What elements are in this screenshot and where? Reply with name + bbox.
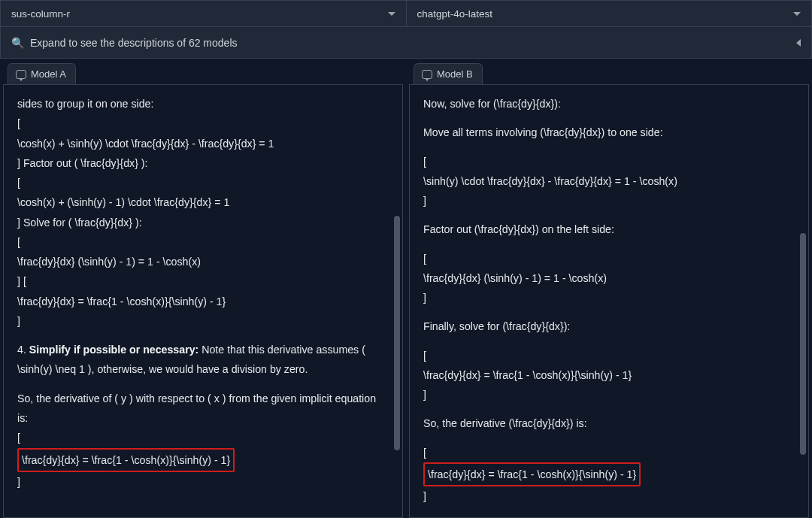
chevron-down-icon — [793, 12, 801, 16]
panel-a-tab[interactable]: Model A — [8, 63, 76, 84]
answer-highlight: \frac{dy}{dx} = \frac{1 - \cosh(x)}{\sin… — [17, 448, 235, 472]
text-line: \frac{dy}{dx} (\sinh(y) - 1) = 1 - \cosh… — [423, 268, 790, 288]
text-line: ] Factor out ( \frac{dy}{dx} ): — [17, 153, 384, 173]
magnifier-icon: 🔍 — [11, 37, 24, 49]
text-line: ] — [423, 191, 790, 211]
text-line: \cosh(x) + \sinh(y) \cdot \frac{dy}{dx} … — [17, 134, 384, 153]
text-line: sides to group it on one side: — [17, 94, 384, 114]
text-line: Move all terms involving (\frac{dy}{dx})… — [423, 123, 790, 142]
answer-highlight: \frac{dy}{dx} = \frac{1 - \cosh(x)}{\sin… — [423, 462, 641, 486]
text-line: ] — [423, 486, 790, 506]
step4-number: 4. — [17, 344, 29, 356]
expand-text: Expand to see the descriptions of 62 mod… — [30, 37, 238, 49]
text-line: ] — [17, 311, 384, 331]
text-line: Finally, solve for (\frac{dy}{dx}): — [423, 317, 790, 336]
expand-descriptions-bar[interactable]: 🔍 Expand to see the descriptions of 62 m… — [0, 27, 812, 59]
panel-a-scrollbar[interactable] — [393, 88, 401, 514]
text-line: Now, solve for (\frac{dy}{dx}): — [423, 94, 790, 114]
text-line: \frac{dy}{dx} (\sinh(y) - 1) = 1 - \cosh… — [17, 252, 384, 271]
panel-a-tab-row: Model A — [3, 63, 403, 84]
model-selector-row: sus-column-r chatgpt-4o-latest — [0, 0, 812, 27]
text-line: [ — [17, 428, 384, 447]
text-line: [ — [423, 152, 790, 171]
model-b-selector-label: chatgpt-4o-latest — [417, 8, 493, 20]
text-line: \cosh(x) + (\sinh(y) - 1) \cdot \frac{dy… — [17, 192, 384, 212]
comparison-panels: Model A sides to group it on one side: [… — [0, 59, 812, 518]
model-b-selector[interactable]: chatgpt-4o-latest — [407, 0, 813, 27]
text-line: [ — [17, 114, 384, 133]
text-line: ] — [17, 472, 384, 492]
panel-a-tab-label: Model A — [31, 68, 66, 80]
text-line: [ — [423, 443, 790, 462]
panel-b-tab-label: Model B — [437, 68, 473, 80]
expand-left: 🔍 Expand to see the descriptions of 62 m… — [11, 37, 238, 49]
text-line: ] Solve for ( \frac{dy}{dx} ): — [17, 213, 384, 232]
text-line: ] — [423, 385, 790, 404]
text-line: \sinh(y) \cdot \frac{dy}{dx} - \frac{dy}… — [423, 171, 790, 191]
text-line: [ — [423, 346, 790, 365]
panel-a-scroll-thumb[interactable] — [394, 216, 400, 450]
text-line: [ — [423, 249, 790, 268]
panel-b-scrollbar[interactable] — [799, 88, 807, 514]
text-line: [ — [17, 232, 384, 252]
chat-icon — [422, 70, 432, 79]
chat-icon — [16, 70, 26, 79]
panel-b-body[interactable]: Now, solve for (\frac{dy}{dx}): Move all… — [410, 85, 798, 517]
step-4: 4. Simplify if possible or necessary: No… — [17, 340, 384, 380]
highlighted-answer-a: \frac{dy}{dx} = \frac{1 - \cosh(x)}{\sin… — [17, 448, 384, 472]
panel-b-body-wrap: Now, solve for (\frac{dy}{dx}): Move all… — [409, 84, 809, 518]
text-line: So, the derivative of ( y ) with respect… — [17, 389, 384, 429]
text-line: [ — [17, 173, 384, 192]
panel-b-scroll-thumb[interactable] — [800, 233, 806, 455]
text-line: \frac{dy}{dx} = \frac{1 - \cosh(x)}{\sin… — [17, 292, 384, 311]
panel-a-body[interactable]: sides to group it on one side: [ \cosh(x… — [4, 85, 392, 517]
panel-b-tab-row: Model B — [409, 63, 809, 84]
text-line: ] — [423, 288, 790, 307]
chevron-down-icon — [388, 12, 395, 16]
text-line: Factor out (\frac{dy}{dx}) on the left s… — [423, 220, 790, 239]
highlighted-answer-b: \frac{dy}{dx} = \frac{1 - \cosh(x)}{\sin… — [423, 462, 790, 486]
panel-model-b: Model B Now, solve for (\frac{dy}{dx}): … — [409, 63, 809, 518]
model-a-selector[interactable]: sus-column-r — [0, 0, 407, 27]
model-a-selector-label: sus-column-r — [11, 8, 70, 20]
panel-b-tab[interactable]: Model B — [414, 63, 483, 84]
step4-title: Simplify if possible or necessary: — [29, 344, 199, 356]
text-line: So, the derivative (\frac{dy}{dx}) is: — [423, 413, 790, 433]
panel-a-body-wrap: sides to group it on one side: [ \cosh(x… — [3, 84, 403, 518]
text-line: \frac{dy}{dx} = \frac{1 - \cosh(x)}{\sin… — [423, 365, 790, 385]
caret-left-icon — [796, 39, 801, 47]
panel-model-a: Model A sides to group it on one side: [… — [3, 63, 403, 518]
text-line: ] [ — [17, 271, 384, 291]
